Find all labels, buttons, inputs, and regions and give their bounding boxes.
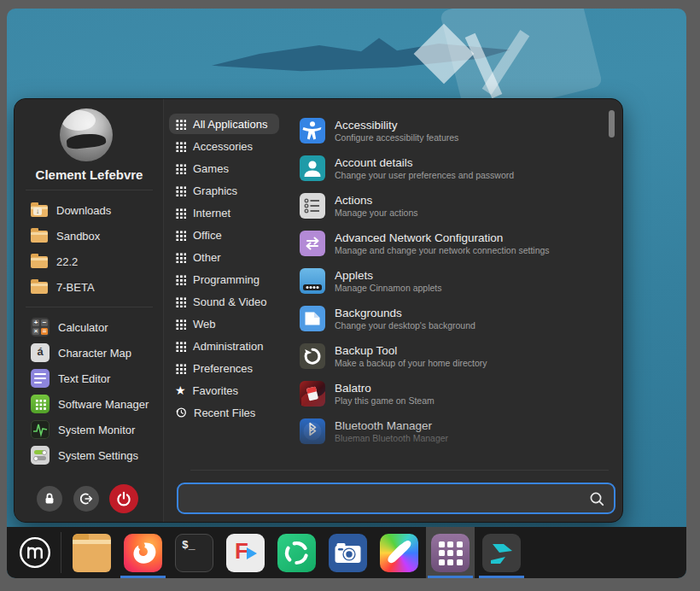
place-label: Sandbox — [56, 230, 100, 243]
category-all-applications[interactable]: All Applications — [169, 114, 279, 134]
category-internet[interactable]: Internet — [169, 202, 242, 223]
sidebar-item-system-monitor[interactable]: System Monitor — [15, 417, 164, 442]
backup-icon — [300, 343, 325, 369]
grid-icon — [175, 252, 186, 263]
category-label: Accessories — [193, 140, 253, 153]
grid-icon — [175, 141, 186, 152]
category-web[interactable]: Web — [169, 313, 228, 334]
app-item-text: Backup Tool Make a backup of your home d… — [335, 344, 487, 368]
app-item-advanced-network-configuration[interactable]: Advanced Network Configuration Manage an… — [300, 225, 607, 262]
lock-button[interactable] — [37, 486, 62, 512]
backgrounds-icon — [300, 306, 325, 331]
app-item-account-details[interactable]: Account details Change your user prefere… — [300, 149, 607, 187]
category-sound-video[interactable]: Sound & Video — [169, 291, 279, 312]
running-indicator — [120, 576, 166, 578]
search-icon[interactable] — [588, 490, 605, 507]
divider — [26, 190, 153, 190]
sync-icon — [277, 534, 316, 572]
code-editor-launcher[interactable] — [482, 534, 521, 572]
app-item-backup-tool[interactable]: Backup Tool Make a backup of your home d… — [300, 337, 607, 375]
terminal-launcher[interactable]: $_ — [175, 534, 213, 572]
file-manager-launcher[interactable] — [73, 534, 111, 572]
sidebar-item-software-manager[interactable]: Software Manager — [15, 391, 164, 417]
app-description: Configure accessibility features — [335, 132, 458, 143]
actions-icon — [300, 193, 325, 219]
sync-app-launcher[interactable] — [277, 534, 316, 572]
app-item-text: Actions Manage your actions — [335, 194, 417, 218]
power-button[interactable] — [109, 484, 138, 513]
category-label: Internet — [193, 207, 230, 219]
firefox-icon — [124, 534, 162, 572]
logout-button[interactable] — [73, 486, 99, 512]
power-icon — [114, 489, 134, 509]
category-recent-files[interactable]: Recent Files — [169, 402, 267, 423]
logout-icon — [77, 489, 96, 508]
camera-app-launcher[interactable] — [329, 534, 367, 572]
category-list: All Applications Accessories Games Graph… — [167, 112, 297, 424]
app-grid-launcher[interactable] — [431, 534, 470, 572]
category-label: Programming — [193, 273, 260, 286]
sidebar-apps-list: +−×= Calculator á Character Map Text Edi… — [15, 314, 164, 468]
place-7-beta[interactable]: 7-BETA — [15, 274, 164, 300]
category-label: Web — [193, 318, 216, 331]
search-input[interactable] — [178, 484, 588, 512]
category-favorites[interactable]: ★ Favorites — [169, 380, 250, 401]
app-item-backgrounds[interactable]: Backgrounds Change your desktop's backgr… — [300, 300, 607, 337]
user-name: Clement Lefebvre — [15, 167, 164, 182]
app-item-text: Account details Change your user prefere… — [335, 156, 514, 180]
teal-arrow-icon — [482, 534, 521, 572]
app-description: Change your user preferences and passwor… — [335, 170, 514, 180]
divider — [190, 470, 609, 471]
user-avatar[interactable] — [60, 108, 113, 161]
category-administration[interactable]: Administration — [169, 336, 275, 356]
grid-icon — [175, 163, 186, 174]
taskbar-panel: $_ F — [7, 527, 686, 578]
category-label: Favorites — [193, 384, 238, 397]
category-label: All Applications — [193, 118, 267, 131]
sidebar-item-calculator[interactable]: +−×= Calculator — [15, 314, 164, 340]
sidebar-item-character-map[interactable]: á Character Map — [15, 340, 164, 366]
grid-icon — [175, 119, 186, 130]
app-item-accessibility[interactable]: Accessibility Configure accessibility fe… — [300, 112, 607, 149]
category-programming[interactable]: Programming — [169, 269, 271, 290]
category-games[interactable]: Games — [169, 158, 241, 178]
grid-icon — [175, 208, 186, 219]
app-title: Backup Tool — [335, 344, 487, 357]
app-item-actions[interactable]: Actions Manage your actions — [300, 187, 607, 225]
app-title: Bluetooth Manager — [335, 419, 448, 432]
category-graphics[interactable]: Graphics — [169, 180, 249, 201]
place-sandbox[interactable]: Sandbox — [15, 223, 164, 249]
app-title: Advanced Network Configuration — [335, 231, 550, 244]
sidebar-item-text-editor[interactable]: Text Editor — [15, 366, 164, 391]
running-indicator — [428, 576, 473, 578]
place-22-2[interactable]: 22.2 — [15, 249, 164, 274]
app-item-text: Backgrounds Change your desktop's backgr… — [335, 307, 475, 331]
app-title: Accessibility — [335, 119, 458, 132]
app-item-balatro[interactable]: Balatro Play this game on Steam — [300, 375, 607, 413]
category-label: Recent Files — [194, 407, 255, 419]
drawing-app-launcher[interactable] — [380, 534, 418, 572]
divider — [26, 307, 153, 307]
places-list: ↓ Downloads Sandbox 22.2 7-BETA — [15, 197, 164, 300]
category-office[interactable]: Office — [169, 225, 234, 245]
app-title: Backgrounds — [335, 307, 475, 319]
category-preferences[interactable]: Preferences — [169, 358, 265, 378]
bluetooth-icon — [300, 418, 325, 444]
app-item-text: Applets Manage Cinnamon applets — [335, 269, 442, 293]
application-list: Accessibility Configure accessibility fe… — [300, 112, 607, 450]
category-label: Games — [193, 162, 229, 175]
app-title: Account details — [335, 156, 514, 169]
paintbrush-icon — [380, 534, 418, 572]
sidebar-item-system-settings[interactable]: System Settings — [15, 442, 164, 468]
app-item-applets[interactable]: Applets Manage Cinnamon applets — [300, 262, 607, 300]
category-other[interactable]: Other — [169, 247, 233, 267]
app-item-bluetooth-manager[interactable]: Bluetooth Manager Blueman Bluetooth Mana… — [300, 413, 607, 450]
app-description: Play this game on Steam — [335, 395, 435, 406]
place-downloads[interactable]: ↓ Downloads — [15, 197, 164, 223]
freetube-launcher[interactable]: F — [226, 534, 265, 572]
grid-icon — [175, 296, 186, 307]
firefox-launcher[interactable] — [124, 534, 162, 572]
category-accessories[interactable]: Accessories — [169, 136, 265, 156]
menu-button[interactable] — [18, 535, 52, 570]
app-list-scrollbar[interactable] — [609, 110, 615, 138]
